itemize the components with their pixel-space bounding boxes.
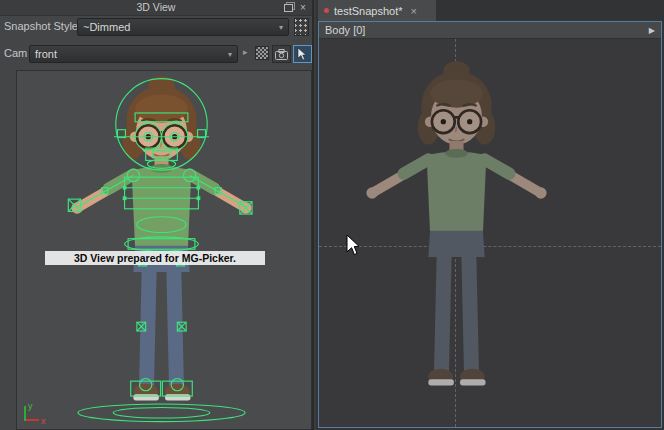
panel-title: 3D View [0, 1, 312, 13]
chevron-down-icon: ▾ [279, 23, 283, 32]
camera-value: front [35, 48, 57, 60]
snapshot-style-label: Snapshot Style [4, 20, 78, 32]
snapshot-viewport[interactable] [319, 39, 661, 427]
tab-bar: testSnapshot* × [316, 0, 664, 21]
close-icon[interactable]: × [296, 1, 310, 14]
3d-viewport[interactable]: 3D View prepared for MG-Picker. x y [16, 70, 312, 430]
dither-pattern-icon[interactable] [255, 46, 269, 60]
snapshot-style-value: ~Dimmed [83, 21, 130, 33]
viewport-message: 3D View prepared for MG-Picker. [45, 251, 265, 265]
picker-area: testSnapshot* × Body [0] ▶ [316, 0, 664, 430]
picker-panel: Body [0] ▶ [318, 21, 662, 428]
tab-testsnapshot[interactable]: testSnapshot* × [318, 0, 436, 21]
app-window: 3D View × Snapshot Style ~Dimmed ▾ Cam f… [0, 0, 664, 430]
body-group-header[interactable]: Body [0] ▶ [319, 22, 661, 39]
panel-titlebar[interactable]: 3D View × [0, 0, 312, 16]
axis-y-label: y [28, 401, 33, 411]
mouse-cursor [346, 235, 360, 256]
3d-view-panel: 3D View × Snapshot Style ~Dimmed ▾ Cam f… [0, 0, 314, 430]
snapshot-style-dropdown[interactable]: ~Dimmed ▾ [77, 18, 289, 36]
axis-x-label: x [41, 416, 46, 426]
axis-x-line [24, 419, 39, 421]
cam-label: Cam [4, 47, 27, 59]
tab-label: testSnapshot* [334, 5, 403, 17]
chevron-right-icon[interactable]: ▸ [243, 47, 248, 57]
axis-y-line [24, 406, 26, 421]
tab-close-icon[interactable]: × [411, 5, 417, 17]
camera-snapshot-button[interactable] [272, 45, 291, 63]
grip-button[interactable] [294, 18, 309, 36]
snapshot-character-image [351, 60, 562, 412]
axis-indicator: x y [21, 395, 55, 425]
camera-row: Cam front ▾ ▸ [0, 42, 312, 66]
body-group-label: Body [0] [325, 24, 365, 36]
camera-icon [275, 49, 288, 60]
expand-icon[interactable]: ▶ [649, 26, 655, 35]
restore-icon[interactable] [281, 1, 295, 14]
select-arrow-icon [297, 48, 309, 61]
chevron-down-icon: ▾ [228, 50, 232, 59]
modified-dot-icon [324, 8, 329, 13]
snapshot-style-row: Snapshot Style ~Dimmed ▾ [0, 15, 312, 39]
select-tool-button[interactable] [293, 45, 312, 63]
camera-dropdown[interactable]: front ▾ [29, 45, 238, 63]
